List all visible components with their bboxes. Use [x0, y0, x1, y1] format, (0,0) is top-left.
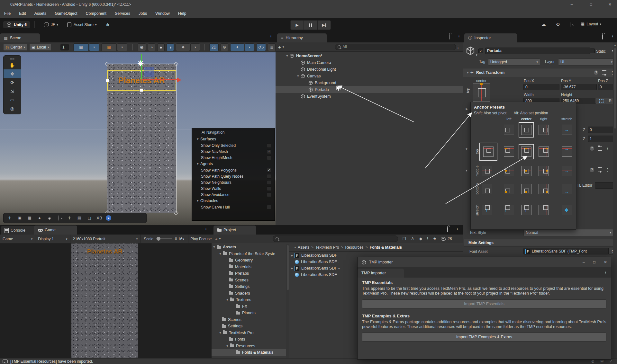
component-foldout-arrow[interactable]: ▼ [464, 147, 469, 151]
collapsed-foldout-arrow[interactable]: ▶ [464, 107, 469, 111]
menu-item-gameobject[interactable]: GameObject [50, 9, 81, 18]
version-control-icon[interactable]: ⋔ [105, 22, 109, 27]
overlay-drag-handle[interactable]: == [4, 57, 21, 61]
create-object-button[interactable]: + [278, 44, 281, 50]
game-view-dropdown[interactable]: Game▾ [0, 235, 35, 243]
anchor-preset-top-left[interactable] [502, 145, 516, 159]
project-tree-item-shaders[interactable]: Shaders [212, 290, 286, 297]
scroll-up-arrow[interactable]: ▲ [293, 246, 298, 249]
hierarchy-item-main-camera[interactable]: Main Camera [276, 59, 463, 66]
tab-project[interactable]: Project [213, 226, 256, 235]
expander-arrow[interactable]: ▶ [289, 254, 295, 257]
project-tree-item-fonts[interactable]: Fonts [212, 336, 286, 343]
anchor-preset-middle-center[interactable] [519, 164, 533, 178]
menu-item-assets[interactable]: Assets [30, 9, 51, 18]
project-tree-item-resources[interactable]: ▼Resources [212, 343, 286, 350]
project-search-input[interactable] [273, 235, 398, 242]
anchor-preset-top-stretch[interactable]: ↔ [560, 145, 574, 159]
snap-magnet-button[interactable]: ▦ [101, 43, 117, 51]
label-icon[interactable]: ◆ [419, 236, 422, 241]
tag-dropdown[interactable]: Untagged▾ [488, 58, 540, 66]
inspector-lock-icon[interactable] [602, 35, 603, 39]
progress-icon[interactable]: ⊘ [591, 359, 594, 364]
foldout-arrow[interactable]: ▼ [225, 344, 230, 348]
rect-edge-handle[interactable] [106, 79, 109, 82]
create-object-caret[interactable]: ▾ [283, 45, 284, 49]
foldout-arrow[interactable]: ▼ [465, 71, 470, 74]
project-strip-kebab[interactable]: ⋮ [455, 227, 459, 232]
skybox-toggle-icon[interactable]: ● [157, 43, 165, 51]
project-tree-item-scenes[interactable]: Scenes [212, 316, 286, 323]
favorite-star-icon[interactable]: ★ [433, 236, 436, 241]
anchor-preset-none-center[interactable] [519, 123, 533, 137]
cloud-icon[interactable]: ☁ [541, 22, 546, 27]
nav-section-obstacles[interactable]: ▼Obstacles [192, 198, 275, 204]
project-tree-item-settings[interactable]: Settings [212, 283, 286, 290]
hidden-count[interactable]: 28 [441, 236, 452, 241]
anchor-preset-middle-stretch[interactable]: ↔ [560, 164, 574, 178]
rtl-editor-field[interactable] [595, 182, 615, 189]
nav-checkbox[interactable] [267, 155, 271, 160]
nav-checkbox[interactable]: ✓ [267, 168, 271, 173]
gizmo-xy-plane[interactable] [144, 67, 154, 77]
nav-checkbox[interactable] [267, 186, 271, 191]
breadcrumb-assets[interactable]: Assets [298, 245, 309, 250]
project-tree-item-textmesh-pro[interactable]: ▼TextMesh Pro [212, 330, 286, 336]
anchor-row-preview-top[interactable] [480, 143, 497, 160]
menu-item-services[interactable]: Services [111, 9, 134, 18]
text-style-dropdown[interactable]: Normal▾ [523, 229, 613, 236]
foldout-arrow[interactable]: ▼ [218, 252, 223, 255]
menu-item-component[interactable]: Component [81, 9, 111, 18]
scene-viewport[interactable]: Planetes AR ❋ == ✋✥⟳⇲▭◎ ✛▣▦●◈✛▤◻XB➤ == A… [0, 52, 276, 225]
breadcrumb-textmesh-pro[interactable]: TextMesh Pro [315, 245, 339, 250]
rotation-gizmo-star-icon[interactable]: ❋ [137, 59, 144, 68]
create-asset-caret[interactable]: ▾ [219, 237, 221, 240]
asset-store-dropdown[interactable]: Asset Store▾ [67, 22, 97, 27]
hierarchy-toolbar-kebab[interactable]: ⋮ [456, 45, 460, 49]
menu-item-help[interactable]: Help [174, 9, 191, 18]
project-tree-item-planets[interactable]: Planets [212, 310, 286, 316]
component-kebab[interactable]: ⋮ [605, 146, 610, 151]
expander-arrow[interactable]: ▶ [289, 267, 295, 270]
compass-icon[interactable]: ➤ [106, 215, 111, 221]
nav-checkbox[interactable] [267, 205, 271, 209]
anchor-row-preview-bottom[interactable] [480, 182, 494, 196]
play-button[interactable]: ▶ [290, 20, 304, 30]
anchor-preset-bottom-stretch[interactable]: ↔ [560, 182, 574, 196]
anchor-preset-bottom-right[interactable] [537, 182, 551, 196]
anchor-preset-bottom-center[interactable] [519, 182, 533, 196]
axis-icon[interactable]: ✛ [66, 216, 73, 220]
nav-section-surfaces[interactable]: ▼Surfaces [192, 136, 275, 142]
create-asset-button[interactable]: + [215, 236, 218, 242]
tab-inspector[interactable]: ⓘ Inspector [464, 33, 517, 42]
presets-icon[interactable] [598, 167, 602, 172]
step-button[interactable]: ▶ [317, 20, 331, 30]
open-new-window-icon[interactable]: ❏ [403, 236, 406, 241]
code-coverage-icon[interactable]: ✓ [609, 359, 612, 364]
project-tree-item-fx[interactable]: FX [212, 303, 286, 310]
rect-transform-header[interactable]: ▼ ✛ Rect Transform ? ⋮ [463, 68, 617, 77]
anchor-preset-middle-left[interactable] [502, 164, 516, 178]
nav-checkbox[interactable] [267, 174, 271, 179]
particles-icon[interactable]: ◈ [46, 216, 53, 220]
name-field[interactable]: Portada [485, 48, 590, 54]
dialog-maximize-button[interactable]: □ [593, 260, 595, 264]
anchor-preset-none-left[interactable] [502, 123, 516, 137]
anchor-preset-none-stretch[interactable]: ↔ [560, 123, 574, 137]
history-icon[interactable]: ⟲ [556, 22, 560, 27]
menu-item-file[interactable]: File [0, 9, 15, 18]
xb-label[interactable]: XB [96, 216, 103, 220]
minimize-button[interactable]: – [565, 0, 578, 9]
pos-x-field[interactable]: 0 [523, 84, 559, 90]
inspector-strip-kebab[interactable]: ⋮ [611, 34, 615, 39]
anchor-preset-stretch-stretch[interactable]: ✥ [560, 203, 574, 217]
breadcrumb-fonts-materials[interactable]: Fonts & Materials [370, 245, 402, 250]
nav-checkbox[interactable]: ✓ [267, 149, 271, 154]
search-icon[interactable] [570, 22, 572, 27]
project-tree-item-geometry[interactable]: Geometry [212, 257, 286, 264]
message-icon[interactable]: ✉ [600, 359, 603, 364]
snap-magnet-caret[interactable]: ▾ [117, 43, 127, 51]
rect-tool[interactable]: ▭ [4, 95, 21, 104]
foldout-arrow[interactable]: ▼ [285, 54, 290, 58]
project-tree-scrollbar[interactable] [286, 244, 289, 358]
